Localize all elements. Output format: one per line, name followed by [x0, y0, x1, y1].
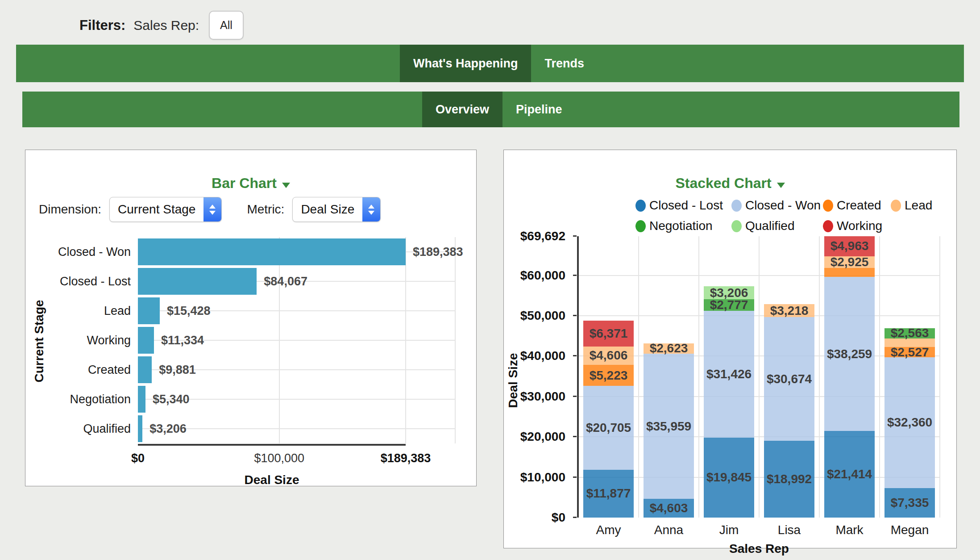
y-tick-label: $60,000 — [520, 268, 565, 283]
segment-anna-closed-lost[interactable]: $4,603 — [644, 499, 694, 518]
bar-closed-lost[interactable] — [138, 268, 257, 295]
segment-amy-closed-won[interactable]: $20,705 — [583, 386, 634, 469]
segment-jim-negotiation[interactable]: $2,777 — [704, 299, 754, 310]
dimension-label: Dimension: — [39, 202, 101, 217]
gridline-x — [638, 236, 639, 518]
sales-rep-filter-label: Sales Rep: — [133, 18, 199, 33]
stacked-column-amy: $11,877$20,705$5,223$4,606$6,371 — [583, 236, 634, 518]
tab-whats-happening[interactable]: What's Happening — [400, 45, 531, 82]
bar-value-label: $84,067 — [264, 275, 307, 288]
segment-jim-closed-lost[interactable]: $19,845 — [704, 438, 754, 518]
y-tick-mark — [573, 436, 577, 437]
y-tick-mark — [573, 315, 577, 316]
legend-item-lead[interactable]: Lead — [891, 198, 932, 213]
segment-value-label: $6,371 — [583, 326, 634, 341]
y-tick-label: $0 — [552, 510, 565, 525]
segment-megan-created[interactable]: $2,527 — [884, 347, 935, 357]
y-axis-line — [577, 236, 579, 518]
segment-mark-closed-lost[interactable]: $21,414 — [824, 431, 875, 518]
segment-amy-lead[interactable]: $4,606 — [583, 347, 634, 365]
dimension-select[interactable]: Current Stage — [109, 197, 222, 222]
bar-chart-y-axis-title: Current Stage — [32, 300, 46, 382]
x-category-label-mark: Mark — [835, 523, 863, 537]
segment-megan-closed-won[interactable]: $32,360 — [884, 357, 935, 488]
navbar-spacer — [22, 92, 422, 127]
y-tick-mark — [573, 355, 577, 356]
segment-value-label: $20,705 — [583, 421, 634, 435]
stacked-column-lisa: $18,992$30,674$3,218 — [764, 236, 814, 518]
gridline-x — [879, 236, 880, 518]
x-tick-label: $100,000 — [254, 451, 305, 465]
segment-value-label: $30,674 — [764, 372, 814, 386]
bar-lead[interactable] — [138, 297, 160, 324]
bar-chart-title[interactable]: Bar Chart — [25, 175, 476, 192]
stacked-column-jim: $19,845$31,426$2,777$3,206 — [704, 236, 754, 518]
y-tick-mark — [573, 275, 577, 276]
legend-item-created[interactable]: Created — [823, 198, 891, 213]
segment-megan-negotiation[interactable]: $2,563 — [884, 328, 935, 339]
segment-mark-created[interactable] — [824, 268, 875, 276]
legend-item-closed-lost[interactable]: Closed - Lost — [635, 198, 731, 213]
segment-jim-closed-won[interactable]: $31,426 — [704, 311, 754, 438]
bar-value-label: $189,383 — [413, 245, 463, 259]
legend-item-qualified[interactable]: Qualified — [731, 219, 823, 233]
segment-value-label: $4,606 — [583, 348, 634, 363]
y-tick-mark — [573, 235, 577, 237]
bar-value-label: $9,881 — [159, 363, 196, 377]
metric-select-value: Deal Size — [293, 197, 362, 221]
legend-item-closed-won[interactable]: Closed - Won — [731, 198, 823, 213]
segment-value-label: $38,259 — [824, 347, 875, 361]
segment-amy-created[interactable]: $5,223 — [583, 365, 634, 386]
segment-amy-closed-lost[interactable]: $11,877 — [583, 470, 634, 518]
segment-jim-qualified[interactable]: $3,206 — [704, 286, 754, 299]
stacked-chart-plot: $11,877$20,705$5,223$4,606$6,371Amy$4,60… — [578, 236, 940, 518]
bar-category-label: Closed - Won — [58, 245, 131, 259]
bar-category-label: Created — [88, 363, 131, 377]
segment-amy-working[interactable]: $6,371 — [583, 321, 634, 347]
segment-mark-closed-won[interactable]: $38,259 — [824, 277, 875, 431]
segment-anna-closed-won[interactable]: $35,959 — [644, 354, 694, 499]
segment-mark-working[interactable]: $4,963 — [824, 236, 875, 256]
x-category-label-amy: Amy — [596, 523, 621, 537]
gridline-x — [819, 236, 820, 518]
gridline-x — [759, 236, 760, 518]
x-category-label-jim: Jim — [719, 523, 739, 537]
bar-qualified[interactable] — [138, 415, 142, 442]
bar-category-label: Closed - Lost — [60, 275, 131, 288]
legend-label: Closed - Lost — [649, 198, 723, 213]
bar-chart-controls: Dimension: Current Stage Metric: Deal Si… — [39, 197, 381, 222]
tab-pipeline[interactable]: Pipeline — [502, 92, 576, 127]
y-tick-label: $30,000 — [520, 389, 565, 404]
sales-rep-filter-button[interactable]: All — [209, 11, 244, 40]
stacked-chart-title[interactable]: Stacked Chart — [504, 175, 956, 192]
segment-value-label: $2,623 — [644, 341, 694, 355]
legend-item-working[interactable]: Working — [823, 219, 891, 233]
metric-select[interactable]: Deal Size — [292, 197, 381, 222]
tab-overview[interactable]: Overview — [422, 92, 502, 127]
segment-lisa-lead[interactable]: $3,218 — [764, 304, 814, 317]
bar-closed-won[interactable] — [138, 238, 406, 265]
bar-chart-panel: Bar Chart Dimension: Current Stage Metri… — [25, 150, 477, 486]
segment-lisa-closed-lost[interactable]: $18,992 — [764, 441, 814, 518]
stacked-chart-title-text: Stacked Chart — [675, 175, 771, 191]
x-axis-line — [138, 444, 406, 446]
bar-created[interactable] — [138, 356, 152, 383]
bar-working[interactable] — [138, 327, 154, 354]
legend-swatch-lead — [891, 200, 901, 212]
legend-label: Negotiation — [649, 219, 713, 233]
x-tick-label: $0 — [131, 451, 145, 465]
gridline-x — [939, 236, 940, 518]
segment-anna-lead[interactable]: $2,623 — [644, 343, 694, 354]
tab-trends[interactable]: Trends — [531, 45, 598, 82]
segment-lisa-closed-won[interactable]: $30,674 — [764, 317, 814, 441]
bar-negotiation[interactable] — [138, 386, 145, 413]
segment-value-label: $3,206 — [704, 286, 754, 300]
segment-value-label: $7,335 — [884, 496, 935, 510]
segment-megan-closed-lost[interactable]: $7,335 — [884, 488, 935, 518]
y-tick-mark — [573, 517, 577, 518]
select-arrows-icon — [203, 197, 221, 221]
segment-mark-lead[interactable]: $2,925 — [824, 256, 875, 268]
segment-value-label: $4,963 — [824, 239, 875, 253]
legend-item-negotiation[interactable]: Negotiation — [635, 219, 731, 233]
select-arrows-icon — [362, 197, 380, 221]
